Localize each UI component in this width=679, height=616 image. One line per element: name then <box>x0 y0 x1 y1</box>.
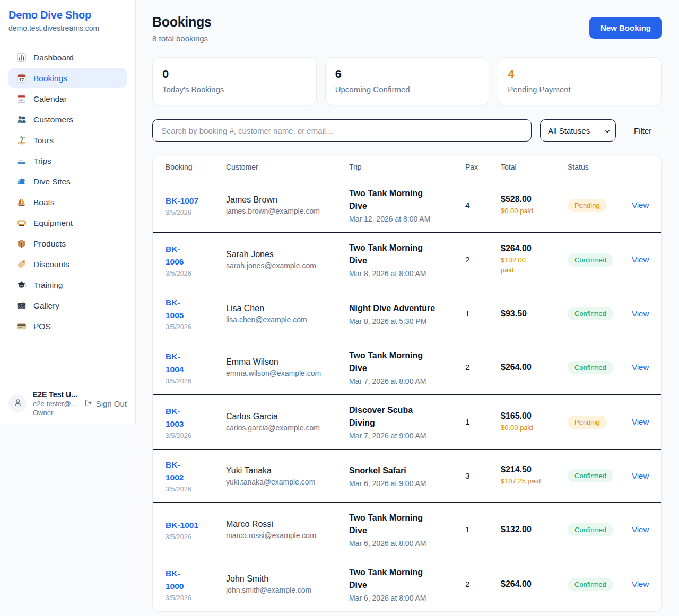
sidebar-item-dashboard[interactable]: Dashboard <box>8 48 127 67</box>
booking-id-link[interactable]: BK- 1000 <box>166 567 226 593</box>
stat-card: 0 Today's Bookings <box>152 57 317 105</box>
sidebar-item-training[interactable]: Training <box>8 275 127 295</box>
cell-customer: Carlos Garcia carlos.garcia@example.com <box>226 412 349 432</box>
filter-button[interactable]: Filter <box>634 126 651 135</box>
sign-out-label: Sign Out <box>96 399 127 408</box>
booking-id-link[interactable]: BK- 1002 <box>166 459 226 484</box>
sidebar-item-calendar[interactable]: Calendar <box>8 89 127 109</box>
booking-id-link[interactable]: BK-1007 <box>166 195 226 207</box>
sidebar-item-trips[interactable]: Trips <box>8 151 127 171</box>
cell-booking: BK-1001 3/5/2026 <box>166 519 226 541</box>
sailboat-icon <box>16 197 27 207</box>
trip-datetime: Mar 7, 2026 at 9:00 AM <box>349 432 444 440</box>
customer-email: james.brown@example.com <box>226 207 349 215</box>
cell-customer: Marco Rossi marco.rossi@example.com <box>226 520 349 540</box>
sidebar-item-bookings[interactable]: 17Bookings <box>8 68 127 88</box>
cell-booking: BK-1007 3/5/2026 <box>166 195 226 216</box>
cell-view: View <box>632 579 649 589</box>
view-link[interactable]: View <box>632 255 649 264</box>
customer-name: Lisa Chen <box>226 304 349 313</box>
sidebar-item-products[interactable]: Products <box>8 234 127 253</box>
view-link[interactable]: View <box>632 471 649 480</box>
cell-view: View <box>632 417 649 427</box>
sidebar-item-discounts[interactable]: Discounts <box>8 254 127 274</box>
view-link[interactable]: View <box>632 200 649 209</box>
cell-status: Pending <box>568 416 632 429</box>
trip-name: Two Tank Morning Dive <box>349 242 444 267</box>
view-link[interactable]: View <box>632 309 649 318</box>
sidebar-item-boats[interactable]: Boats <box>8 192 127 212</box>
cell-booking: BK- 1004 3/5/2026 <box>166 350 226 385</box>
sidebar-item-label: Tours <box>33 136 54 145</box>
booking-date: 3/5/2026 <box>166 486 226 493</box>
island-icon <box>16 135 27 145</box>
booking-id-link[interactable]: BK-1001 <box>166 519 226 532</box>
column-header-customer: Customer <box>226 156 349 178</box>
trip-name: Discover Scuba Diving <box>349 404 444 429</box>
pax-value: 1 <box>465 417 501 427</box>
total-amount: $264.00 <box>501 244 568 253</box>
shop-name: Demo Dive Shop <box>8 9 127 21</box>
sidebar-item-label: Calendar <box>33 94 67 104</box>
page-header: Bookings 8 total bookings New Booking <box>152 14 662 43</box>
cell-trip: Two Tank Morning Dive Mar 6, 2026 at 8:0… <box>349 566 465 602</box>
sidebar-item-dive-sites[interactable]: Dive Sites <box>8 172 127 191</box>
booking-date: 3/5/2026 <box>166 533 226 541</box>
booking-id-link[interactable]: BK- 1006 <box>166 243 226 268</box>
user-email: e2e-tester@... <box>33 400 78 408</box>
stat-label: Upcoming Confirmed <box>335 85 480 94</box>
page-title: Bookings <box>152 14 212 30</box>
customer-email: emma.wilson@example.com <box>226 369 349 377</box>
pax-value: 2 <box>465 255 501 265</box>
cell-booking: BK- 1005 3/5/2026 <box>166 296 226 331</box>
column-header-pax: Pax <box>465 156 501 178</box>
new-booking-button[interactable]: New Booking <box>589 17 662 39</box>
trip-datetime: Mar 6, 2026 at 8:00 AM <box>349 539 444 548</box>
title-block: Bookings 8 total bookings <box>152 14 212 43</box>
wave-icon <box>16 177 27 187</box>
table-row: BK- 1000 3/5/2026 John Smith john.smith@… <box>153 557 661 611</box>
cell-booking: BK- 1002 3/5/2026 <box>166 459 226 493</box>
booking-id-link[interactable]: BK- 1003 <box>166 405 226 430</box>
status-filter-select[interactable]: All Statuses <box>540 119 616 142</box>
total-amount: $264.00 <box>501 363 568 372</box>
sidebar-item-label: Dive Sites <box>33 177 71 187</box>
booking-id-link[interactable]: BK- 1004 <box>166 350 226 376</box>
total-amount: $264.00 <box>501 579 568 589</box>
column-header-actions <box>632 161 649 173</box>
person-icon <box>13 398 23 410</box>
shop-domain: demo.test.divestreams.com <box>8 24 127 32</box>
view-link[interactable]: View <box>632 579 649 588</box>
cell-status: Pending <box>568 199 632 212</box>
pax-value: 3 <box>465 471 501 481</box>
sidebar-item-customers[interactable]: Customers <box>8 110 127 129</box>
cell-trip: Two Tank Morning Dive Mar 8, 2026 at 8:0… <box>349 242 465 278</box>
cell-total: $214.50 $107.25 paid <box>501 465 568 487</box>
cell-customer: Lisa Chen lisa.chen@example.com <box>226 304 349 324</box>
booking-date: 3/5/2026 <box>166 323 226 331</box>
total-amount: $132.00 <box>501 525 568 534</box>
view-link[interactable]: View <box>632 525 649 534</box>
sidebar-item-label: Customers <box>33 115 73 125</box>
stat-value: 6 <box>335 68 480 81</box>
calendar-date-icon: 17 <box>16 73 27 83</box>
sidebar-item-gallery[interactable]: Gallery <box>8 296 127 315</box>
booking-id-link[interactable]: BK- 1005 <box>166 296 226 322</box>
paid-amount: $132.00 paid <box>501 256 568 276</box>
view-link[interactable]: View <box>632 417 649 426</box>
credit-card-icon <box>16 321 27 331</box>
sidebar-item-tours[interactable]: Tours <box>8 130 127 150</box>
customer-email: john.smith@example.com <box>226 586 349 594</box>
sidebar-item-equipment[interactable]: Equipment <box>8 213 127 233</box>
trip-datetime: Mar 8, 2026 at 8:00 AM <box>349 269 444 278</box>
view-link[interactable]: View <box>632 363 649 372</box>
booking-date: 3/5/2026 <box>166 594 226 602</box>
stat-card: 6 Upcoming Confirmed <box>325 57 490 105</box>
trip-name: Snorkel Safari <box>349 464 444 477</box>
cell-status: Confirmed <box>568 469 632 482</box>
calendar-pad-icon <box>16 94 27 104</box>
search-input[interactable] <box>152 119 532 142</box>
total-amount: $214.50 <box>501 465 568 474</box>
sign-out-button[interactable]: Sign Out <box>84 399 127 409</box>
sidebar-item-pos[interactable]: POS <box>8 316 127 336</box>
